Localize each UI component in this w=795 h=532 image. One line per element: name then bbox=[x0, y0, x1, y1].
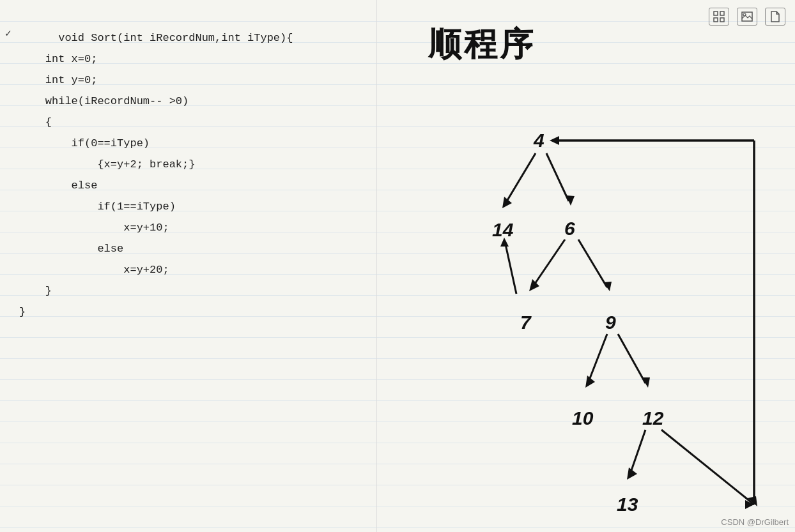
node-4: 4 bbox=[533, 130, 544, 151]
code-line-10: else bbox=[19, 243, 123, 255]
arrowhead-6-to-9 bbox=[603, 282, 612, 291]
node-6: 6 bbox=[564, 218, 575, 239]
code-line-1: int x=0; bbox=[19, 53, 97, 65]
code-line-11: x=y+20; bbox=[19, 264, 169, 276]
code-panel: ✓ void Sort(int iRecordNum,int iType){ i… bbox=[0, 0, 377, 532]
watermark: CSDN @DrGilbert bbox=[721, 517, 789, 527]
drawing-panel: 顺程序 4 14 6 bbox=[377, 0, 795, 532]
grid-icon bbox=[713, 11, 725, 22]
code-line-7: else bbox=[19, 179, 97, 192]
svg-rect-1 bbox=[720, 11, 724, 15]
code-line-3: while(iRecordNum-- >0) bbox=[19, 95, 189, 107]
doc-icon-button[interactable] bbox=[765, 8, 785, 26]
arrowhead-4-to-14 bbox=[502, 197, 512, 208]
arrow-9-to-10 bbox=[588, 334, 607, 383]
rule-line bbox=[0, 337, 376, 338]
code-line-8: if(1==iType) bbox=[19, 201, 176, 213]
node-13: 13 bbox=[617, 494, 638, 515]
arrow-12-to-border bbox=[661, 430, 754, 505]
image-icon bbox=[741, 11, 753, 22]
arrowhead-9-to-12 bbox=[642, 377, 650, 388]
code-line-13: } bbox=[19, 306, 26, 318]
diagram-svg: 4 14 6 bbox=[377, 0, 795, 532]
rule-line bbox=[0, 506, 376, 506]
node-12: 12 bbox=[642, 407, 664, 429]
arrow-4-to-6 bbox=[546, 153, 569, 201]
code-line-12: } bbox=[19, 285, 52, 297]
arrow-6-to-7 bbox=[532, 239, 565, 287]
rule-line bbox=[0, 422, 376, 422]
rule-line bbox=[0, 485, 376, 485]
arrowhead-to-4 bbox=[550, 136, 559, 145]
rule-line bbox=[0, 464, 376, 464]
node-10: 10 bbox=[572, 407, 594, 429]
svg-rect-3 bbox=[720, 18, 724, 22]
svg-rect-0 bbox=[714, 11, 718, 15]
rule-line bbox=[0, 443, 376, 443]
node-7: 7 bbox=[520, 312, 532, 333]
grid-icon-button[interactable] bbox=[709, 8, 729, 26]
arrow-4-to-14 bbox=[505, 153, 536, 204]
rule-line bbox=[0, 358, 376, 359]
arrow-7-to-14 bbox=[505, 241, 516, 294]
top-icons-container bbox=[709, 8, 785, 26]
doc-icon bbox=[770, 11, 780, 22]
image-icon-button[interactable] bbox=[737, 8, 757, 26]
arrow-12-to-13 bbox=[629, 430, 645, 476]
code-line-9: x=y+10; bbox=[19, 222, 169, 234]
code-line-4: { bbox=[19, 116, 52, 128]
code-content: void Sort(int iRecordNum,int iType){ int… bbox=[0, 0, 299, 329]
code-header: void Sort(int iRecordNum,int iType){ bbox=[58, 32, 293, 44]
arrow-6-to-9 bbox=[578, 239, 607, 287]
code-line-2: int y=0; bbox=[19, 74, 97, 86]
main-container: ✓ void Sort(int iRecordNum,int iType){ i… bbox=[0, 0, 795, 532]
node-9: 9 bbox=[605, 312, 616, 333]
rule-line bbox=[0, 400, 376, 401]
node-14: 14 bbox=[492, 219, 514, 240]
code-line-5: if(0==iType) bbox=[19, 137, 150, 149]
code-line-6: {x=y+2; break;} bbox=[19, 158, 195, 171]
svg-rect-2 bbox=[714, 18, 718, 22]
arrow-9-to-12 bbox=[618, 334, 645, 383]
rule-line bbox=[0, 527, 376, 528]
rule-line bbox=[0, 379, 376, 380]
